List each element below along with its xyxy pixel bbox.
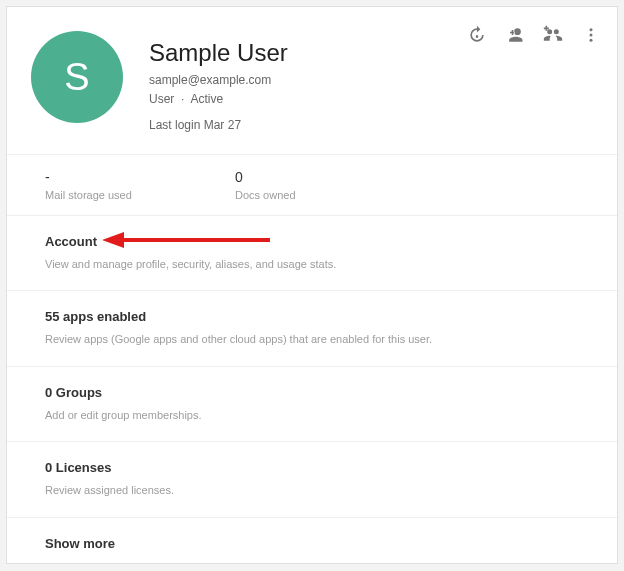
avatar-initial: S — [64, 56, 89, 99]
svg-point-3 — [590, 39, 593, 42]
header-toolbar — [465, 23, 603, 47]
mail-storage-label: Mail storage used — [45, 189, 235, 201]
section-account-desc: View and manage profile, security, alias… — [45, 257, 579, 272]
docs-owned-value: 0 — [235, 169, 425, 185]
section-apps-title: 55 apps enabled — [45, 309, 579, 324]
user-info: Sample User sample@example.com User · Ac… — [149, 31, 288, 132]
user-role: User — [149, 92, 174, 106]
show-more-button[interactable]: Show more — [7, 518, 617, 569]
section-apps[interactable]: 55 apps enabled Review apps (Google apps… — [7, 291, 617, 366]
section-groups-title: 0 Groups — [45, 385, 579, 400]
docs-owned-label: Docs owned — [235, 189, 425, 201]
svg-point-2 — [590, 34, 593, 37]
status-separator: · — [181, 92, 184, 106]
section-licenses-title: 0 Licenses — [45, 460, 579, 475]
add-group-icon[interactable] — [541, 23, 565, 47]
user-last-login: Last login Mar 27 — [149, 118, 288, 132]
avatar: S — [31, 31, 123, 123]
more-icon[interactable] — [579, 23, 603, 47]
user-status: User · Active — [149, 92, 288, 106]
user-email: sample@example.com — [149, 73, 288, 87]
stats-row: - Mail storage used 0 Docs owned — [7, 154, 617, 216]
section-groups-desc: Add or edit group memberships. — [45, 408, 579, 423]
section-apps-desc: Review apps (Google apps and other cloud… — [45, 332, 579, 347]
section-account[interactable]: Account View and manage profile, securit… — [7, 216, 617, 291]
section-licenses-desc: Review assigned licenses. — [45, 483, 579, 498]
mail-storage-value: - — [45, 169, 235, 185]
reset-password-icon[interactable] — [465, 23, 489, 47]
user-card: S Sample User sample@example.com User · … — [6, 6, 618, 564]
svg-point-1 — [590, 28, 593, 31]
section-account-title: Account — [45, 234, 579, 249]
stat-docs-owned: 0 Docs owned — [235, 169, 425, 201]
section-licenses[interactable]: 0 Licenses Review assigned licenses. — [7, 442, 617, 517]
user-name: Sample User — [149, 39, 288, 67]
stat-mail-storage: - Mail storage used — [45, 169, 235, 201]
section-groups[interactable]: 0 Groups Add or edit group memberships. — [7, 367, 617, 442]
user-header: S Sample User sample@example.com User · … — [7, 7, 617, 154]
add-user-icon[interactable] — [503, 23, 527, 47]
user-active-status: Active — [190, 92, 223, 106]
